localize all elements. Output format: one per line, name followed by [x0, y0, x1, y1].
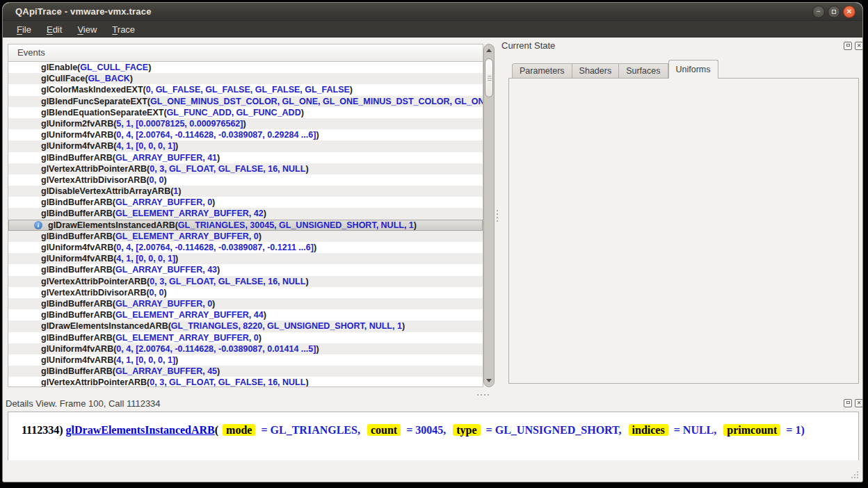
event-row[interactable]: glColorMaskIndexedEXT(0, GL_FALSE, GL_FA… — [8, 84, 483, 95]
argument-name-highlight: primcount — [723, 424, 780, 436]
event-row[interactable]: glCullFace(GL_BACK) — [8, 73, 483, 84]
call-arguments: 4, 1, [0, 0, 0, 1] — [116, 355, 175, 365]
event-row[interactable]: glDisableVertexAttribArrayARB(1) — [8, 186, 483, 197]
call-function-name: glVertexAttribPointerARB — [41, 377, 147, 387]
event-row[interactable]: glBindBufferARB(GL_ELEMENT_ARRAY_BUFFER,… — [8, 208, 483, 219]
call-arguments: 0, 4, [2.00764, -0.114628, -0.0389087, -… — [116, 243, 314, 252]
call-function-name: glVertexAttribDivisorARB — [41, 175, 146, 185]
close-dock-icon[interactable]: ✕ — [855, 399, 863, 407]
events-column-header[interactable]: Events — [8, 44, 483, 62]
call-arguments: GL_ELEMENT_ARRAY_BUFFER, 0 — [115, 231, 259, 241]
call-function-name: glDrawElementsInstancedARB — [48, 220, 175, 230]
event-row[interactable]: glVertexAttribDivisorARB(0, 0) — [8, 174, 483, 186]
menubar: FileEditViewTrace — [3, 21, 862, 38]
event-row[interactable]: glDrawElementsInstancedARB(GL_TRIANGLES,… — [8, 320, 483, 332]
call-function-name: glUniform4fvARB — [41, 254, 113, 263]
call-arguments: 0, 4, [2.00764, -0.114628, -0.0389087, 0… — [116, 130, 316, 140]
call-function-name: glBindBufferARB — [41, 310, 113, 320]
call-function-name: glCullFace — [41, 74, 85, 83]
event-row[interactable]: glBindBufferARB(GL_ARRAY_BUFFER, 41) — [8, 152, 483, 163]
scrollbar-up-icon[interactable] — [484, 45, 494, 56]
call-function-name: glVertexAttribDivisorARB — [41, 288, 146, 298]
call-arguments: GL_ELEMENT_ARRAY_BUFFER, 0 — [115, 333, 259, 343]
event-row[interactable]: glBlendEquationSeparateEXT(GL_FUNC_ADD, … — [8, 107, 483, 118]
call-function-name: glUniform4fvARB — [41, 355, 113, 365]
argument-name-highlight: type — [453, 424, 480, 436]
event-row[interactable]: glBindBufferARB(GL_ARRAY_BUFFER, 45) — [8, 366, 483, 377]
menu-item-edit[interactable]: Edit — [39, 22, 70, 37]
event-row[interactable]: glBindBufferARB(GL_ARRAY_BUFFER, 0) — [8, 197, 483, 208]
call-function-name: glColorMaskIndexedEXT — [41, 85, 143, 95]
event-row[interactable]: glBindBufferARB(GL_ARRAY_BUFFER, 0) — [8, 298, 483, 309]
call-arguments: GL_ARRAY_BUFFER, 41 — [115, 153, 217, 163]
scrollbar-down-icon[interactable] — [484, 375, 494, 386]
call-function-name: glUniform4fvARB — [41, 344, 113, 354]
event-row[interactable]: glBlendFuncSeparateEXT(GL_ONE_MINUS_DST_… — [8, 96, 483, 107]
argument-name-highlight: indices — [629, 424, 668, 436]
window-controls: − ✕ — [812, 6, 855, 18]
status-bar — [3, 460, 862, 482]
tab-surfaces[interactable]: Surfaces — [619, 63, 668, 79]
call-arguments: 0, 3, GL_FLOAT, GL_FALSE, 16, NULL — [150, 377, 305, 387]
call-arguments: 0, GL_FALSE, GL_FALSE, GL_FALSE, GL_FALS… — [146, 85, 350, 95]
events-list: glEnable(GL_CULL_FACE)glCullFace(GL_BACK… — [8, 62, 483, 387]
current-state-dock-controls: ✕ — [844, 42, 863, 50]
event-row[interactable]: glEnable(GL_CULL_FACE) — [8, 62, 483, 73]
details-dock-title: Details View. Frame 100, Call 1112334 — [6, 398, 161, 409]
event-row[interactable]: glBindBufferARB(GL_ELEMENT_ARRAY_BUFFER,… — [8, 231, 483, 242]
float-dock-icon[interactable] — [844, 42, 852, 50]
event-row[interactable]: glVertexAttribPointerARB(0, 3, GL_FLOAT,… — [8, 377, 483, 387]
call-arguments: 5, 1, [0.00078125, 0.000976562] — [116, 119, 243, 129]
float-dock-icon[interactable] — [844, 399, 852, 407]
call-arguments: 0, 4, [2.00764, -0.114628, -0.0389087, 0… — [116, 344, 316, 354]
tab-uniforms[interactable]: Uniforms — [668, 60, 718, 79]
maximize-icon[interactable] — [828, 6, 840, 18]
details-view: 1112334) glDrawElementsInstancedARB(mode… — [8, 412, 859, 461]
call-function-name: glBindBufferARB — [41, 366, 113, 376]
event-row[interactable]: glUniform4fvARB(4, 1, [0, 0, 0, 1]) — [8, 355, 483, 366]
scrollbar-thumb[interactable] — [485, 58, 493, 97]
menu-item-file[interactable]: File — [9, 22, 39, 37]
event-row[interactable]: glUniform4fvARB(0, 4, [2.00764, -0.11462… — [8, 343, 483, 355]
titlebar[interactable]: QApiTrace - vmware-vmx.trace − ✕ — [3, 3, 862, 21]
function-link[interactable]: glDrawElementsInstancedARB — [66, 424, 215, 436]
close-dock-icon[interactable]: ✕ — [855, 42, 863, 50]
event-row[interactable]: glUniform2fvARB(5, 1, [0.00078125, 0.000… — [8, 118, 483, 129]
call-arguments: 0, 0 — [150, 288, 164, 298]
menu-item-trace[interactable]: Trace — [104, 22, 143, 37]
event-row[interactable]: glBindBufferARB(GL_ARRAY_BUFFER, 43) — [8, 264, 483, 275]
tab-parameters[interactable]: Parameters — [512, 63, 572, 79]
event-row[interactable]: glUniform4fvARB(0, 4, [2.00764, -0.11462… — [8, 129, 483, 140]
argument-value: = GL_UNSIGNED_SHORT, — [483, 424, 625, 436]
event-row-selected[interactable]: iglDrawElementsInstancedARB(GL_TRIANGLES… — [8, 220, 483, 231]
argument-name-highlight: count — [367, 424, 401, 436]
event-row[interactable]: glBindBufferARB(GL_ELEMENT_ARRAY_BUFFER,… — [8, 309, 483, 320]
horizontal-splitter-handle[interactable] — [477, 394, 489, 396]
events-scrollbar[interactable] — [483, 44, 495, 387]
call-arguments: GL_ARRAY_BUFFER, 45 — [115, 366, 217, 376]
event-row[interactable]: glUniform4fvARB(0, 4, [2.00764, -0.11462… — [8, 242, 483, 253]
menu-item-view[interactable]: View — [70, 22, 104, 37]
call-arguments: GL_ELEMENT_ARRAY_BUFFER, 44 — [115, 310, 264, 320]
minimize-icon[interactable]: − — [812, 6, 825, 18]
call-function-name: glVertexAttribPointerARB — [41, 164, 147, 174]
tab-shaders[interactable]: Shaders — [572, 63, 620, 79]
event-row[interactable]: glVertexAttribPointerARB(0, 3, GL_FLOAT,… — [8, 163, 483, 174]
close-icon[interactable]: ✕ — [843, 6, 855, 18]
resize-grip[interactable] — [850, 470, 858, 478]
event-row[interactable]: glUniform4fvARB(4, 1, [0, 0, 0, 1]) — [8, 140, 483, 152]
call-function-name: glUniform4fvARB — [41, 141, 113, 151]
call-arguments: GL_FUNC_ADD, GL_FUNC_ADD — [167, 108, 301, 117]
call-arguments: GL_ELEMENT_ARRAY_BUFFER, 42 — [115, 209, 264, 218]
call-arguments: GL_ONE_MINUS_DST_COLOR, GL_ONE, GL_ONE_M… — [150, 97, 483, 106]
event-row[interactable]: glUniform4fvARB(4, 1, [0, 0, 0, 1]) — [8, 253, 483, 264]
event-row[interactable]: glBindBufferARB(GL_ELEMENT_ARRAY_BUFFER,… — [8, 332, 483, 343]
call-function-name: glBindBufferARB — [41, 197, 113, 207]
call-arguments: GL_TRIANGLES, 30045, GL_UNSIGNED_SHORT, … — [178, 220, 414, 230]
call-function-name: glDisableVertexAttribArrayARB — [41, 186, 170, 196]
event-row[interactable]: glVertexAttribPointerARB(0, 3, GL_FLOAT,… — [8, 276, 483, 287]
call-arguments: 0, 3, GL_FLOAT, GL_FALSE, 16, NULL — [150, 277, 305, 286]
call-arguments: 4, 1, [0, 0, 0, 1] — [116, 254, 175, 263]
vertical-splitter-handle[interactable] — [497, 210, 498, 222]
event-row[interactable]: glVertexAttribDivisorARB(0, 0) — [8, 287, 483, 298]
